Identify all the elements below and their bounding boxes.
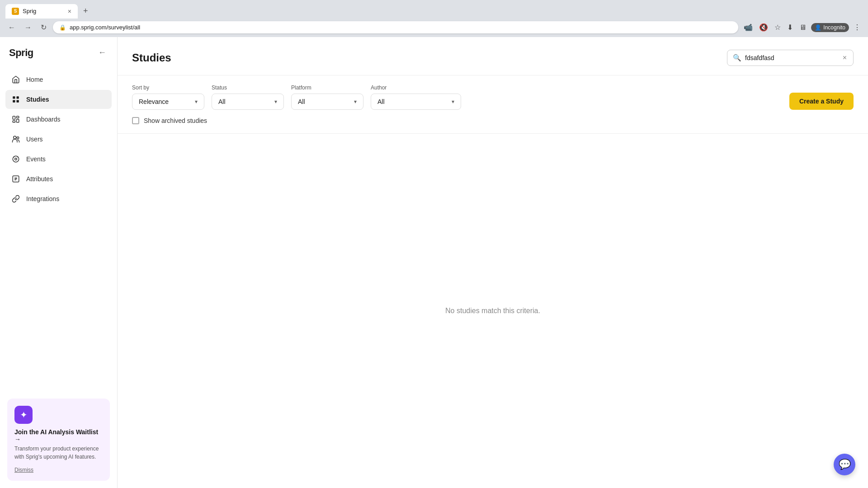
sidebar-header: Sprig ← [0, 37, 117, 66]
dashboards-icon [11, 114, 21, 124]
status-label: Status [212, 84, 284, 91]
sidebar-nav: Home Studies Dashboards Us [0, 66, 117, 391]
sidebar-item-users[interactable]: Users [5, 130, 112, 149]
status-value: All [218, 98, 226, 105]
bookmark-icon[interactable]: ☆ [773, 21, 783, 33]
app-logo: Sprig [9, 47, 33, 59]
users-icon [11, 134, 21, 144]
browser-titlebar: S Sprig × + [0, 0, 868, 19]
empty-state-message: No studies match this criteria. [445, 307, 540, 315]
lock-icon: 🔒 [59, 24, 66, 31]
address-bar[interactable]: 🔒 [53, 21, 738, 33]
sidebar-collapse-button[interactable]: ← [96, 46, 108, 59]
chat-icon: 💬 [839, 459, 851, 470]
sort-by-chevron: ▾ [195, 99, 198, 105]
sort-by-filter: Sort by Relevance ▾ [132, 84, 204, 110]
toolbar-actions: 📹 🔇 ☆ ⬇ 🖥 👤 Incognito ⋮ [742, 21, 863, 33]
author-select[interactable]: All ▾ [371, 94, 461, 110]
events-icon [11, 154, 21, 164]
sidebar-item-home-label: Home [26, 76, 43, 83]
search-input[interactable] [745, 54, 838, 61]
status-select[interactable]: All ▾ [212, 94, 284, 110]
svg-rect-5 [17, 116, 19, 118]
sidebar-item-attributes[interactable]: Attributes [5, 169, 112, 188]
app-container: Sprig ← Home Studies [0, 37, 868, 488]
svg-point-13 [17, 156, 18, 157]
svg-point-12 [13, 156, 14, 157]
ai-promo-icon: ✦ [14, 406, 33, 424]
forward-button[interactable]: → [22, 22, 34, 33]
main-content: Studies 🔍 × Sort by Relevance ▾ [118, 37, 868, 488]
search-clear-button[interactable]: × [842, 54, 848, 61]
ai-promo-card: ✦ Join the AI Analysis Waitlist → Transf… [7, 399, 110, 481]
sidebar-item-attributes-label: Attributes [26, 175, 53, 183]
svg-rect-3 [17, 100, 19, 103]
svg-rect-1 [17, 96, 19, 99]
platform-select[interactable]: All ▾ [291, 94, 363, 110]
refresh-button[interactable]: ↻ [38, 21, 49, 33]
filters-section: Sort by Relevance ▾ Status All ▾ P [118, 75, 868, 134]
media-icon[interactable]: 🔇 [757, 21, 770, 33]
sort-by-label: Sort by [132, 84, 204, 91]
svg-point-8 [14, 136, 16, 139]
integrations-icon [11, 194, 21, 204]
platform-filter: Platform All ▾ [291, 84, 363, 110]
main-header: Studies 🔍 × [118, 37, 868, 75]
svg-rect-6 [17, 119, 19, 122]
ai-sparkle-icon: ✦ [20, 409, 28, 420]
studies-icon [11, 94, 21, 104]
sort-by-value: Relevance [139, 98, 169, 105]
sidebar: Sprig ← Home Studies [0, 37, 118, 488]
chat-button[interactable]: 💬 [834, 454, 855, 475]
promo-title[interactable]: Join the AI Analysis Waitlist → [14, 428, 103, 443]
sidebar-item-users-label: Users [26, 136, 43, 143]
sidebar-item-studies[interactable]: Studies [5, 90, 112, 109]
create-study-button[interactable]: Create a Study [789, 93, 854, 110]
empty-state: No studies match this criteria. [118, 134, 868, 488]
author-label: Author [371, 84, 461, 91]
sidebar-item-integrations-label: Integrations [26, 195, 59, 202]
new-tab-button[interactable]: + [80, 4, 92, 19]
show-archived-checkbox[interactable] [132, 117, 139, 124]
download-icon[interactable]: ⬇ [785, 21, 795, 33]
tab-close-button[interactable]: × [68, 8, 71, 14]
desktop-icon[interactable]: 🖥 [797, 22, 808, 33]
svg-point-11 [15, 158, 17, 160]
attributes-icon [11, 174, 21, 184]
search-box: 🔍 × [727, 50, 854, 66]
tab-title: Sprig [23, 8, 64, 14]
svg-rect-4 [13, 116, 15, 119]
sidebar-item-events-label: Events [26, 155, 46, 163]
author-filter: Author All ▾ [371, 84, 461, 110]
menu-icon[interactable]: ⋮ [852, 21, 863, 33]
svg-rect-7 [13, 121, 15, 122]
author-value: All [377, 98, 385, 105]
status-filter: Status All ▾ [212, 84, 284, 110]
author-chevron: ▾ [452, 99, 454, 105]
platform-label: Platform [291, 84, 363, 91]
svg-rect-0 [13, 96, 15, 99]
svg-point-9 [17, 137, 19, 139]
svg-rect-2 [13, 100, 15, 103]
sidebar-item-dashboards[interactable]: Dashboards [5, 110, 112, 129]
archive-checkbox-row: Show archived studies [132, 117, 854, 124]
cast-icon[interactable]: 📹 [742, 21, 755, 33]
incognito-badge[interactable]: 👤 Incognito [811, 23, 849, 32]
sidebar-item-studies-label: Studies [26, 96, 49, 103]
tab-favicon: S [12, 8, 19, 15]
promo-description: Transform your product experience with S… [14, 445, 103, 461]
status-chevron: ▾ [274, 99, 277, 105]
address-input[interactable] [70, 24, 732, 31]
promo-dismiss-button[interactable]: Dismiss [14, 467, 33, 473]
browser-chrome: S Sprig × + ← → ↻ 🔒 📹 🔇 ☆ ⬇ 🖥 👤 Incognit… [0, 0, 868, 37]
sidebar-item-dashboards-label: Dashboards [26, 116, 61, 123]
home-icon [11, 75, 21, 84]
sidebar-item-integrations[interactable]: Integrations [5, 189, 112, 208]
show-archived-label[interactable]: Show archived studies [144, 117, 207, 124]
browser-toolbar: ← → ↻ 🔒 📹 🔇 ☆ ⬇ 🖥 👤 Incognito ⋮ [0, 19, 868, 37]
sidebar-item-events[interactable]: Events [5, 150, 112, 169]
sort-by-select[interactable]: Relevance ▾ [132, 94, 204, 110]
sidebar-item-home[interactable]: Home [5, 70, 112, 89]
browser-tab[interactable]: S Sprig × [5, 4, 78, 19]
back-button[interactable]: ← [5, 22, 18, 33]
